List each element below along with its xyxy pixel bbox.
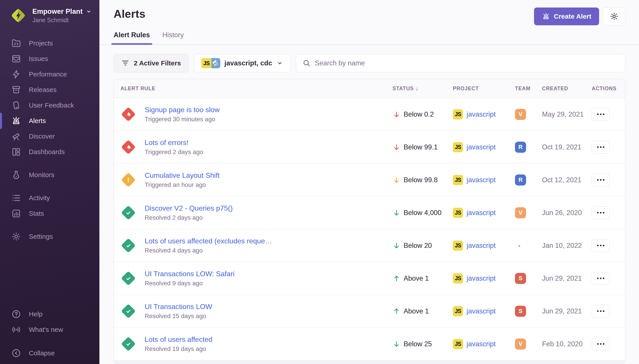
alert-rule-link[interactable]: Discover V2 - Queries p75() (145, 204, 233, 212)
row-actions-button[interactable] (592, 239, 609, 252)
sidebar-item-performance[interactable]: Performance (0, 66, 99, 82)
active-filters-label: 2 Active Filters (134, 60, 181, 67)
project-link[interactable]: javascript (467, 110, 496, 118)
collapse-icon (11, 348, 21, 358)
alert-resolved-icon (121, 336, 136, 351)
sidebar-item-projects[interactable]: Projects (0, 36, 99, 51)
tab-history[interactable]: History (162, 31, 184, 44)
sidebar-item-label: Dashboards (29, 148, 65, 156)
sidebar-item-settings[interactable]: Settings (0, 229, 99, 244)
sidebar-collapse-button[interactable]: Collapse (0, 346, 99, 361)
chevron-down-icon (276, 60, 283, 67)
org-switcher[interactable]: Empower Plant Jane Schmidt (0, 0, 99, 25)
row-actions-button[interactable] (592, 108, 609, 121)
project-link[interactable]: javascript (467, 143, 496, 151)
sidebar-item-releases[interactable]: Releases (0, 82, 99, 98)
project-badges: JS (201, 58, 220, 68)
alert-critical-icon (121, 107, 136, 122)
created-cell: Oct 12, 2021 (542, 176, 592, 184)
status-cell: Below 99.1 (393, 143, 453, 151)
python-platform-icon (210, 58, 220, 68)
project-cell: JS javascript (453, 339, 515, 349)
sidebar-item-label: Performance (29, 70, 67, 78)
javascript-platform-icon: JS (453, 339, 463, 349)
team-avatar: S (515, 306, 526, 317)
alert-rule-link[interactable]: UI Transactions LOW: Safari (145, 270, 234, 278)
alert-rule-subtitle: Resolved 19 days ago (145, 346, 212, 352)
alert-rule-subtitle: Resolved 4 days ago (145, 247, 272, 254)
archive-icon (11, 85, 21, 95)
alert-rule-link[interactable]: Lots of users affected (145, 336, 212, 344)
project-link[interactable]: javascript (467, 176, 496, 184)
chevron-down-icon (85, 8, 92, 15)
sidebar: Empower Plant Jane Schmidt Projects Issu… (0, 0, 99, 364)
create-alert-button[interactable]: Create Alert (534, 8, 599, 25)
team-avatar: V (515, 109, 526, 120)
column-header-team: TEAM (515, 86, 542, 92)
project-cell: JS javascript (453, 109, 515, 120)
alert-settings-button[interactable] (603, 8, 625, 25)
sidebar-item-monitors[interactable]: Monitors (0, 167, 99, 183)
next-row-sliver (114, 360, 625, 364)
broadcast-icon (11, 324, 21, 335)
alert-rule-link[interactable]: Signup page is too slow (145, 106, 220, 114)
gear-icon (609, 12, 619, 21)
sidebar-item-help[interactable]: Help (0, 306, 99, 322)
project-link[interactable]: javascript (467, 340, 496, 348)
team-avatar: V (515, 338, 526, 350)
trend-up-icon (393, 307, 401, 315)
alert-rule-link[interactable]: Lots of users affected (excludes reque… (145, 237, 272, 245)
sidebar-item-label: Help (29, 310, 43, 318)
table-row: UI Transactions LOW Resolved 15 days ago… (114, 295, 625, 328)
row-actions-button[interactable] (592, 305, 609, 318)
row-actions-button[interactable] (592, 174, 609, 186)
sidebar-item-discover[interactable]: Discover (0, 128, 99, 144)
sidebar-item-dashboards[interactable]: Dashboards (0, 144, 99, 160)
created-cell: Oct 19, 2021 (542, 143, 592, 151)
sidebar-item-issues[interactable]: Issues (0, 51, 99, 66)
team-avatar: V (515, 207, 526, 218)
project-link[interactable]: javascript (467, 242, 496, 250)
tab-alert-rules[interactable]: Alert Rules (114, 31, 150, 44)
sidebar-item-label: What's new (29, 326, 63, 334)
alert-rule-link[interactable]: Cumulative Layout Shift (145, 171, 220, 180)
row-actions-button[interactable] (592, 338, 609, 350)
alert-rule-link[interactable]: UI Transactions LOW (145, 302, 212, 311)
sidebar-item-label: Projects (29, 40, 53, 47)
alert-rule-link[interactable]: Lots of errors! (145, 138, 203, 147)
sort-down-icon: ↓ (416, 85, 419, 92)
sidebar-item-label: Discover (29, 132, 55, 140)
sidebar-item-whats-new[interactable]: What's new (0, 322, 99, 338)
active-filters-button[interactable]: 2 Active Filters (114, 54, 189, 72)
row-actions-button[interactable] (592, 272, 609, 285)
search-input[interactable] (315, 59, 619, 67)
javascript-platform-icon: JS (201, 58, 211, 68)
created-cell: Jun 26, 2020 (542, 209, 592, 217)
row-actions-button[interactable] (592, 141, 609, 154)
project-link[interactable]: javascript (467, 274, 496, 282)
column-header-status[interactable]: STATUS ↓ (393, 85, 453, 92)
sidebar-item-activity[interactable]: Activity (0, 190, 99, 206)
alert-rule-subtitle: Resolved 2 days ago (145, 214, 233, 221)
status-cell: Below 0.2 (393, 110, 453, 118)
status-cell: Below 20 (393, 242, 453, 250)
table-row: Discover V2 - Queries p75() Resolved 2 d… (114, 196, 625, 229)
project-link[interactable]: javascript (467, 307, 496, 315)
status-cell: Above 1 (393, 274, 453, 282)
project-cell: JS javascript (453, 306, 515, 316)
sidebar-item-label: Alerts (29, 117, 46, 124)
sidebar-item-user-feedback[interactable]: User Feedback (0, 98, 99, 113)
sidebar-item-alerts[interactable]: Alerts (0, 113, 99, 128)
sidebar-item-stats[interactable]: Stats (0, 206, 99, 221)
status-cell: Below 4,000 (393, 209, 453, 217)
alert-resolved-icon (121, 271, 136, 286)
project-filter-dropdown[interactable]: JS javascript, cdc (194, 54, 290, 72)
trend-down-icon (393, 176, 401, 184)
help-icon (11, 309, 21, 319)
flask-icon (11, 170, 21, 180)
row-actions-button[interactable] (592, 206, 609, 219)
sidebar-item-label: Monitors (29, 171, 54, 179)
project-link[interactable]: javascript (467, 209, 496, 217)
org-name: Empower Plant (32, 8, 83, 16)
user-name: Jane Schmidt (32, 17, 92, 24)
